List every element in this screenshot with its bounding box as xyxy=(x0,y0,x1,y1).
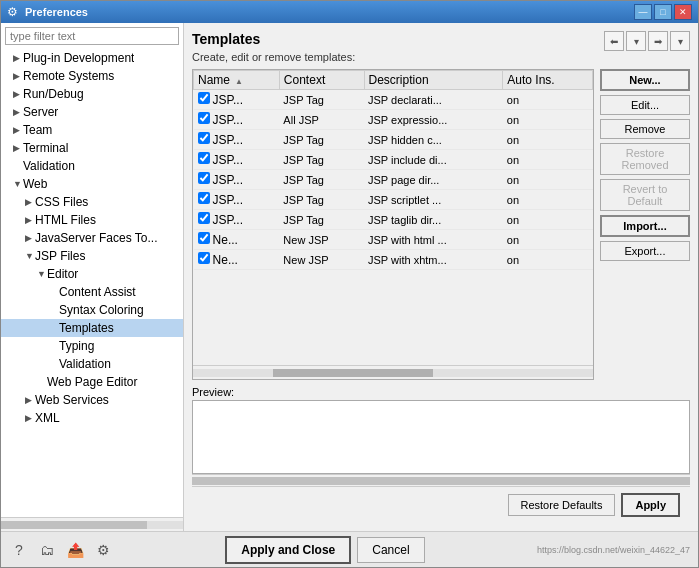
right-panel: Templates ⬅ ▾ ➡ ▾ Create, edit or remove… xyxy=(184,23,698,531)
row-name: Ne... xyxy=(213,233,238,247)
row-checkbox[interactable] xyxy=(198,152,210,164)
expand-arrow xyxy=(49,305,59,315)
table-row[interactable]: JSP... JSP Tag JSP include di... on xyxy=(194,150,593,170)
footer-bar: ? 🗂 📤 ⚙ Apply and Close Cancel https://b… xyxy=(1,531,698,567)
table-row[interactable]: JSP... JSP Tag JSP declarati... on xyxy=(194,90,593,110)
sidebar-item-jsf[interactable]: ▶ JavaServer Faces To... xyxy=(1,229,183,247)
new-button[interactable]: New... xyxy=(600,69,690,91)
table-row[interactable]: JSP... JSP Tag JSP taglib dir... on xyxy=(194,210,593,230)
sidebar-item-content-assist[interactable]: Content Assist xyxy=(1,283,183,301)
window-icon: ⚙ xyxy=(7,5,21,19)
table-row[interactable]: JSP... JSP Tag JSP scriptlet ... on xyxy=(194,190,593,210)
footer-icon-2[interactable]: 📤 xyxy=(65,540,85,560)
col-auto[interactable]: Auto Ins. xyxy=(503,71,593,90)
row-checkbox[interactable] xyxy=(198,232,210,244)
sidebar-item-xml[interactable]: ▶ XML xyxy=(1,409,183,427)
main-section: Name ▲ Context Description Auto Ins. J xyxy=(192,69,690,380)
row-description: JSP scriptlet ... xyxy=(364,190,503,210)
sidebar-hscroll[interactable] xyxy=(1,517,183,531)
filter-input[interactable] xyxy=(5,27,179,45)
table-row[interactable]: JSP... All JSP JSP expressio... on xyxy=(194,110,593,130)
hscroll-track xyxy=(193,369,593,377)
col-context[interactable]: Context xyxy=(279,71,364,90)
sidebar-item-plugin-dev[interactable]: ▶ Plug-in Development xyxy=(1,49,183,67)
panel-subtitle: Create, edit or remove templates: xyxy=(192,51,690,63)
nav-dropdown2-button[interactable]: ▾ xyxy=(670,31,690,51)
apply-and-close-button[interactable]: Apply and Close xyxy=(225,536,351,564)
sidebar-item-typing[interactable]: Typing xyxy=(1,337,183,355)
sidebar-item-label: CSS Files xyxy=(35,195,88,209)
apply-button[interactable]: Apply xyxy=(621,493,680,517)
table-row[interactable]: JSP... JSP Tag JSP hidden c... on xyxy=(194,130,593,150)
expand-arrow: ▶ xyxy=(13,107,23,117)
expand-arrow xyxy=(49,341,59,351)
row-description: JSP hidden c... xyxy=(364,130,503,150)
table-row[interactable]: Ne... New JSP JSP with xhtm... on xyxy=(194,250,593,270)
row-auto: on xyxy=(503,110,593,130)
row-auto: on xyxy=(503,150,593,170)
sidebar-item-css-files[interactable]: ▶ CSS Files xyxy=(1,193,183,211)
table-inner[interactable]: Name ▲ Context Description Auto Ins. J xyxy=(193,70,593,365)
sidebar-item-label: Server xyxy=(23,105,58,119)
sidebar-item-validation2[interactable]: Validation xyxy=(1,355,183,373)
sidebar-item-run-debug[interactable]: ▶ Run/Debug xyxy=(1,85,183,103)
close-button[interactable]: ✕ xyxy=(674,4,692,20)
help-button[interactable]: ? xyxy=(9,540,29,560)
remove-button[interactable]: Remove xyxy=(600,119,690,139)
table-row[interactable]: JSP... JSP Tag JSP page dir... on xyxy=(194,170,593,190)
sidebar-item-web-services[interactable]: ▶ Web Services xyxy=(1,391,183,409)
col-name[interactable]: Name ▲ xyxy=(194,71,280,90)
maximize-button[interactable]: □ xyxy=(654,4,672,20)
sidebar-item-validation[interactable]: Validation xyxy=(1,157,183,175)
row-checkbox[interactable] xyxy=(198,92,210,104)
edit-button[interactable]: Edit... xyxy=(600,95,690,115)
row-context: All JSP xyxy=(279,110,364,130)
row-name: JSP... xyxy=(213,213,243,227)
cancel-button[interactable]: Cancel xyxy=(357,537,424,563)
export-button[interactable]: Export... xyxy=(600,241,690,261)
col-description[interactable]: Description xyxy=(364,71,503,90)
sidebar-item-label: Syntax Coloring xyxy=(59,303,144,317)
expand-arrow: ▶ xyxy=(13,53,23,63)
import-button[interactable]: Import... xyxy=(600,215,690,237)
sidebar-item-server[interactable]: ▶ Server xyxy=(1,103,183,121)
preview-hscroll[interactable] xyxy=(192,474,690,486)
sidebar-item-remote-systems[interactable]: ▶ Remote Systems xyxy=(1,67,183,85)
footer-icon-1[interactable]: 🗂 xyxy=(37,540,57,560)
row-checkbox[interactable] xyxy=(198,192,210,204)
revert-to-default-button[interactable]: Revert to Default xyxy=(600,179,690,211)
minimize-button[interactable]: — xyxy=(634,4,652,20)
sidebar-item-syntax-coloring[interactable]: Syntax Coloring xyxy=(1,301,183,319)
table-hscroll[interactable] xyxy=(193,365,593,379)
sidebar-item-editor[interactable]: ▼ Editor xyxy=(1,265,183,283)
sidebar-item-team[interactable]: ▶ Team xyxy=(1,121,183,139)
row-checkbox[interactable] xyxy=(198,212,210,224)
nav-back-button[interactable]: ⬅ xyxy=(604,31,624,51)
row-context: New JSP xyxy=(279,230,364,250)
sidebar-item-web[interactable]: ▼ Web xyxy=(1,175,183,193)
row-checkbox[interactable] xyxy=(198,112,210,124)
tree-area[interactable]: ▶ Plug-in Development ▶ Remote Systems ▶… xyxy=(1,49,183,517)
sidebar-item-html-files[interactable]: ▶ HTML Files xyxy=(1,211,183,229)
footer-icon-3[interactable]: ⚙ xyxy=(93,540,113,560)
sidebar-item-label: Run/Debug xyxy=(23,87,84,101)
nav-dropdown-button[interactable]: ▾ xyxy=(626,31,646,51)
table-row[interactable]: Ne... New JSP JSP with html ... on xyxy=(194,230,593,250)
expand-arrow xyxy=(49,287,59,297)
preview-box[interactable] xyxy=(192,400,690,474)
sidebar-item-web-page-editor[interactable]: Web Page Editor xyxy=(1,373,183,391)
action-buttons: New... Edit... Remove Restore Removed Re… xyxy=(600,69,690,380)
row-checkbox[interactable] xyxy=(198,252,210,264)
sidebar-item-jsp-files[interactable]: ▼ JSP Files xyxy=(1,247,183,265)
expand-arrow: ▶ xyxy=(13,71,23,81)
restore-defaults-button[interactable]: Restore Defaults xyxy=(508,494,616,516)
nav-forward-button[interactable]: ➡ xyxy=(648,31,668,51)
row-checkbox[interactable] xyxy=(198,132,210,144)
row-checkbox[interactable] xyxy=(198,172,210,184)
sidebar-item-templates[interactable]: Templates xyxy=(1,319,183,337)
expand-arrow: ▶ xyxy=(13,125,23,135)
preview-section: Preview: xyxy=(192,386,690,486)
restore-removed-button[interactable]: Restore Removed xyxy=(600,143,690,175)
templates-table-container: Name ▲ Context Description Auto Ins. J xyxy=(192,69,594,380)
sidebar-item-terminal[interactable]: ▶ Terminal xyxy=(1,139,183,157)
